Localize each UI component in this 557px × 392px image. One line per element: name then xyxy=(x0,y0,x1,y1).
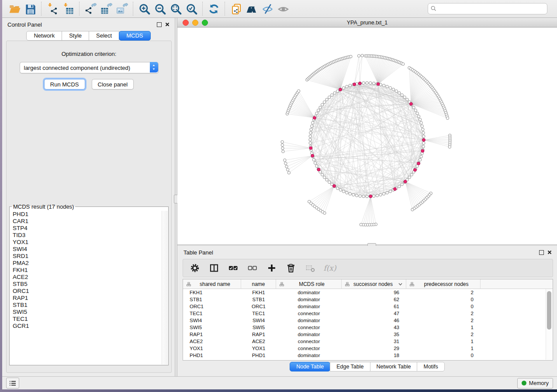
table-row[interactable]: STB1STB1dominator620 xyxy=(183,296,553,303)
list-item[interactable]: STB5 xyxy=(10,281,168,288)
cell-shared-name[interactable]: YOX1 xyxy=(183,346,241,351)
delete-table-icon[interactable] xyxy=(303,261,318,275)
cell-name[interactable]: ACE2 xyxy=(241,339,276,344)
cell-shared-name[interactable]: TEC1 xyxy=(183,311,241,316)
zoom-fit-icon[interactable] xyxy=(168,1,183,16)
cell-MCDS-role[interactable]: dominator xyxy=(276,353,342,358)
list-item[interactable]: ORC1 xyxy=(10,288,168,295)
list-item[interactable]: GCR1 xyxy=(10,323,168,330)
table-row[interactable]: ORC1ORC1dominator610 xyxy=(183,303,553,310)
add-column-icon[interactable] xyxy=(264,261,279,275)
zoom-out-icon[interactable] xyxy=(152,1,168,16)
tab-node-table[interactable]: Node Table xyxy=(290,362,330,371)
cell-successor-nodes[interactable]: 18 xyxy=(342,353,406,358)
zoom-selected-icon[interactable] xyxy=(183,1,199,16)
list-scrollbar[interactable] xyxy=(162,211,168,364)
cell-predecessor-nodes[interactable]: 2 xyxy=(406,290,481,295)
cell-shared-name[interactable]: SWI5 xyxy=(183,325,241,330)
delete-column-icon[interactable] xyxy=(284,261,298,275)
list-item[interactable]: RAP1 xyxy=(10,295,168,302)
function-builder-icon[interactable]: f(x) xyxy=(322,261,337,275)
list-item[interactable]: ACE2 xyxy=(10,274,168,281)
cell-shared-name[interactable]: ORC1 xyxy=(183,304,241,309)
list-item[interactable]: FKH1 xyxy=(10,267,168,274)
cell-successor-nodes[interactable]: 43 xyxy=(342,325,406,330)
column-header-predecessor-nodes[interactable]: predecessor nodes xyxy=(406,279,481,289)
cell-successor-nodes[interactable]: 96 xyxy=(342,290,406,295)
eye-slash-icon[interactable] xyxy=(259,1,275,16)
open-file-icon[interactable] xyxy=(7,1,22,16)
cell-MCDS-role[interactable]: connector xyxy=(276,325,342,330)
cell-shared-name[interactable]: PHD1 xyxy=(183,353,241,358)
list-item[interactable]: SWI4 xyxy=(10,246,168,253)
cell-name[interactable]: ORC1 xyxy=(241,304,276,309)
float-panel-icon[interactable] xyxy=(157,22,162,27)
export-network-icon[interactable] xyxy=(83,1,98,16)
cell-successor-nodes[interactable]: 31 xyxy=(342,339,406,344)
column-header-successor-nodes[interactable]: successor nodes xyxy=(342,279,406,289)
list-item[interactable]: YOX1 xyxy=(10,239,168,246)
cell-predecessor-nodes[interactable]: 2 xyxy=(406,318,481,323)
cell-MCDS-role[interactable]: dominator xyxy=(276,304,342,309)
column-layout-icon[interactable] xyxy=(207,261,221,275)
cell-successor-nodes[interactable]: 61 xyxy=(342,304,406,309)
task-history-button[interactable] xyxy=(6,378,19,389)
cell-name[interactable]: STB1 xyxy=(241,297,276,302)
cell-shared-name[interactable]: ACE2 xyxy=(183,339,241,344)
tab-edge-table[interactable]: Edge Table xyxy=(330,362,370,371)
table-row[interactable]: SWI5SWI5connector431 xyxy=(183,324,553,331)
table-row[interactable]: FKH1FKH1dominator962 xyxy=(183,289,553,296)
cell-successor-nodes[interactable]: 29 xyxy=(342,346,406,351)
apply-layout-icon[interactable] xyxy=(206,1,221,16)
close-panel-button[interactable]: Close panel xyxy=(92,79,134,89)
table-row[interactable]: TEC1TEC1connector472 xyxy=(183,310,553,317)
memory-button[interactable]: Memory xyxy=(517,378,553,389)
export-image-icon[interactable] xyxy=(114,1,130,16)
zoom-in-icon[interactable] xyxy=(136,1,152,16)
table-row[interactable]: ACE2ACE2connector311 xyxy=(183,338,553,345)
tab-network[interactable]: Network xyxy=(26,31,62,41)
eye-icon[interactable] xyxy=(275,1,291,16)
cell-MCDS-role[interactable]: dominator xyxy=(276,318,342,323)
list-item[interactable]: CAR1 xyxy=(10,218,168,225)
cell-shared-name[interactable]: RAP1 xyxy=(183,332,241,337)
cell-predecessor-nodes[interactable]: 1 xyxy=(406,325,481,330)
cell-shared-name[interactable]: SWI4 xyxy=(183,318,241,323)
cell-MCDS-role[interactable]: dominator xyxy=(276,332,342,337)
list-item[interactable]: SWI5 xyxy=(10,309,168,316)
cell-shared-name[interactable]: STB1 xyxy=(183,297,241,302)
tab-select[interactable]: Select xyxy=(89,31,119,41)
column-header-name[interactable]: name xyxy=(241,279,276,289)
cell-MCDS-role[interactable]: connector xyxy=(276,339,342,344)
cell-predecessor-nodes[interactable]: 0 xyxy=(406,353,481,358)
optimization-criterion-select[interactable]: largest connected component (undirected) xyxy=(20,62,159,73)
cell-shared-name[interactable]: FKH1 xyxy=(183,290,241,295)
table-row[interactable]: YOX1YOX1connector291 xyxy=(183,345,553,352)
search-input[interactable] xyxy=(428,3,547,14)
save-session-icon[interactable] xyxy=(22,1,38,16)
table-row[interactable]: SWI4SWI4dominator462 xyxy=(183,317,553,324)
column-header-shared-name[interactable]: shared name xyxy=(183,279,241,289)
cell-name[interactable]: TEC1 xyxy=(241,311,276,316)
tab-network-table[interactable]: Network Table xyxy=(370,362,418,371)
list-item[interactable]: TID3 xyxy=(10,232,168,239)
share-document-icon[interactable] xyxy=(228,1,244,16)
network-canvas[interactable] xyxy=(177,28,557,244)
float-panel-icon[interactable] xyxy=(539,250,544,255)
cell-predecessor-nodes[interactable]: 1 xyxy=(406,339,481,344)
settings-gear-icon[interactable] xyxy=(187,261,202,275)
table-row[interactable]: RAP1RAP1dominator352 xyxy=(183,331,553,338)
cell-successor-nodes[interactable]: 46 xyxy=(342,318,406,323)
cell-predecessor-nodes[interactable]: 2 xyxy=(406,332,481,337)
deselect-all-rows-icon[interactable] xyxy=(245,261,260,275)
run-mcds-button[interactable]: Run MCDS xyxy=(44,79,85,89)
cell-predecessor-nodes[interactable]: 2 xyxy=(406,311,481,316)
close-panel-icon[interactable] xyxy=(165,22,170,27)
cell-name[interactable]: FKH1 xyxy=(241,290,276,295)
close-panel-icon[interactable] xyxy=(547,250,552,254)
binoculars-icon[interactable] xyxy=(244,1,259,16)
list-item[interactable]: PHD1 xyxy=(10,211,168,218)
import-table-icon[interactable] xyxy=(60,1,76,16)
tab-motifs[interactable]: Motifs xyxy=(417,362,444,371)
cell-name[interactable]: YOX1 xyxy=(241,346,276,351)
